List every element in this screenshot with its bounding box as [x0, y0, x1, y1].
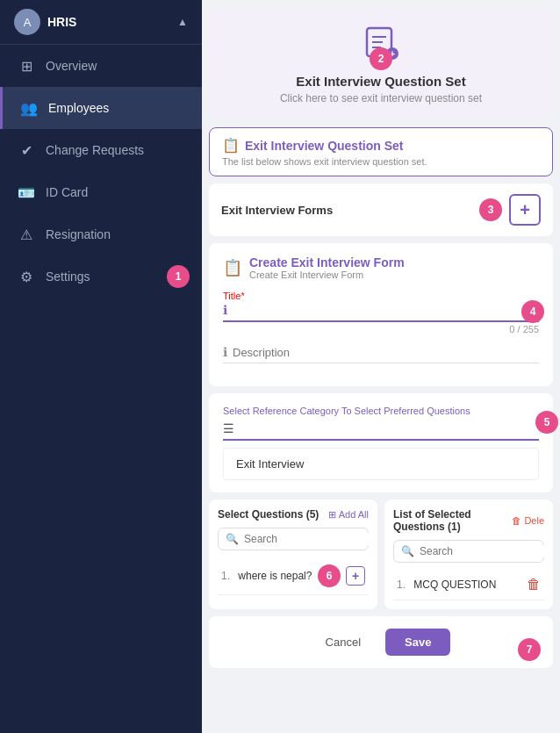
ref-label: Select Reference Category To Select Pref…: [223, 406, 539, 416]
action-row: Cancel Save 7: [209, 616, 553, 668]
question-badge: 6: [318, 564, 341, 587]
section-header-card: 📋 Exit Interview Question Set The list b…: [209, 127, 553, 176]
selected-questions-header: List of Selected Questions (1) 🗑 Dele: [393, 508, 544, 533]
sidebar: A HRIS ▲ ⊞ Overview 👥 Employees ✔ Change…: [0, 0, 202, 733]
ref-icon: ☰: [223, 421, 234, 435]
settings-badge: 1: [167, 265, 190, 288]
desc-info-icon: ℹ: [223, 345, 227, 359]
search-icon: 🔍: [401, 545, 414, 557]
id-card-icon: 🪪: [18, 183, 35, 201]
forms-row: Exit Interview Forms 3 +: [209, 183, 553, 236]
selected-questions-title: List of Selected Questions (1): [393, 508, 512, 533]
delete-all-button[interactable]: 🗑 Dele: [512, 515, 544, 526]
chevron-up-icon: ▲: [177, 16, 188, 28]
create-form-card: 📋 Create Exit Interview Form Create Exit…: [209, 243, 553, 386]
selected-search-wrap: 🔍: [393, 540, 544, 563]
save-badge: 7: [518, 638, 541, 661]
forms-badge: 3: [479, 198, 502, 221]
add-all-icon: ⊞: [328, 509, 336, 521]
section-header-icon: 📋: [222, 137, 240, 154]
reference-category-card: Select Reference Category To Select Pref…: [209, 393, 553, 492]
avatar: A: [14, 9, 40, 35]
select-questions-title: Select Questions (5): [218, 508, 319, 521]
ref-badge: 5: [535, 411, 558, 434]
add-form-button[interactable]: +: [509, 194, 541, 226]
description-wrap: ℹ: [223, 345, 539, 363]
settings-icon: ⚙: [18, 268, 35, 285]
promo-card[interactable]: + Exit Interview Question Set Click here…: [209, 7, 553, 119]
title-input-wrap: ℹ 4: [223, 303, 539, 322]
create-form-header: 📋 Create Exit Interview Form Create Exit…: [223, 255, 539, 280]
section-header-title: 📋 Exit Interview Question Set: [222, 137, 540, 154]
selected-question-num: 1.: [397, 578, 406, 591]
sidebar-item-label: Change Requests: [46, 143, 144, 157]
ref-input-wrap: ☰ 5: [223, 421, 539, 441]
title-label: Title*: [223, 291, 539, 301]
ref-option-list: Exit Interview: [223, 448, 539, 480]
cancel-button[interactable]: Cancel: [312, 629, 375, 656]
sidebar-app-title: HRIS: [47, 15, 76, 29]
selected-question-text: MCQ QUESTION: [413, 578, 496, 591]
question-add-button[interactable]: +: [346, 566, 365, 586]
sidebar-item-overview[interactable]: ⊞ Overview: [0, 45, 202, 87]
select-questions-header: Select Questions (5) ⊞ Add All: [218, 508, 369, 521]
section-header-sub: The list below shows exit interview ques…: [222, 156, 540, 167]
main-content: + Exit Interview Question Set Click here…: [202, 0, 560, 675]
info-icon: ℹ: [223, 303, 227, 317]
promo-card-title: Exit Interview Question Set: [223, 74, 539, 89]
promo-badge: 2: [370, 47, 392, 70]
selected-question-list-item: 1. MCQ QUESTION 🗑: [393, 570, 544, 600]
select-questions-panel: Select Questions (5) ⊞ Add All 🔍 1. wher…: [209, 499, 377, 609]
sidebar-item-resignation[interactable]: ⚠ Resignation: [0, 213, 202, 255]
sidebar-header: A HRIS ▲: [0, 0, 202, 45]
employees-icon: 👥: [20, 99, 38, 117]
overview-icon: ⊞: [18, 57, 35, 75]
sidebar-item-label: Overview: [46, 59, 97, 73]
save-button[interactable]: Save: [385, 629, 450, 656]
title-input[interactable]: [233, 304, 539, 317]
questions-section: Select Questions (5) ⊞ Add All 🔍 1. wher…: [209, 499, 553, 609]
promo-card-subtitle: Click here to see exit interview questio…: [223, 92, 539, 104]
question-list-item: 1. where is nepal? 6 +: [218, 557, 369, 595]
create-form-icon: 📋: [223, 258, 242, 277]
sidebar-item-label: ID Card: [46, 185, 88, 199]
question-text: where is nepal?: [238, 570, 312, 582]
char-count: 0 / 255: [223, 324, 539, 334]
selected-search-input[interactable]: [420, 545, 551, 557]
sidebar-item-change-requests[interactable]: ✔ Change Requests: [0, 129, 202, 171]
title-badge: 4: [521, 300, 544, 323]
description-input[interactable]: [233, 346, 539, 359]
description-field: ℹ: [223, 345, 539, 363]
selected-question-delete-button[interactable]: 🗑: [527, 577, 541, 593]
search-icon: 🔍: [226, 533, 239, 545]
selected-questions-panel: List of Selected Questions (1) 🗑 Dele 🔍 …: [384, 499, 553, 609]
sidebar-item-employees[interactable]: 👥 Employees: [0, 87, 202, 129]
sidebar-item-label: Resignation: [46, 227, 111, 241]
ref-option-exit-interview[interactable]: Exit Interview: [224, 449, 538, 479]
create-form-title: Create Exit Interview Form: [249, 255, 405, 269]
forms-row-label: Exit Interview Forms: [221, 204, 333, 217]
resignation-icon: ⚠: [18, 226, 35, 243]
change-requests-icon: ✔: [18, 141, 35, 159]
delete-icon: 🗑: [512, 515, 521, 526]
create-form-sub: Create Exit Interview Form: [249, 269, 405, 280]
sidebar-item-label: Employees: [48, 101, 109, 115]
sidebar-item-label: Settings: [46, 269, 90, 284]
sidebar-item-id-card[interactable]: 🪪 ID Card: [0, 171, 202, 213]
required-star: *: [241, 291, 244, 301]
add-all-button[interactable]: ⊞ Add All: [328, 509, 369, 521]
questions-search-wrap: 🔍: [218, 528, 369, 550]
title-field: Title* ℹ 4 0 / 255: [223, 291, 539, 334]
question-num: 1.: [221, 570, 230, 582]
sidebar-item-settings[interactable]: ⚙ Settings 1: [0, 255, 202, 298]
questions-search-input[interactable]: [244, 533, 376, 545]
